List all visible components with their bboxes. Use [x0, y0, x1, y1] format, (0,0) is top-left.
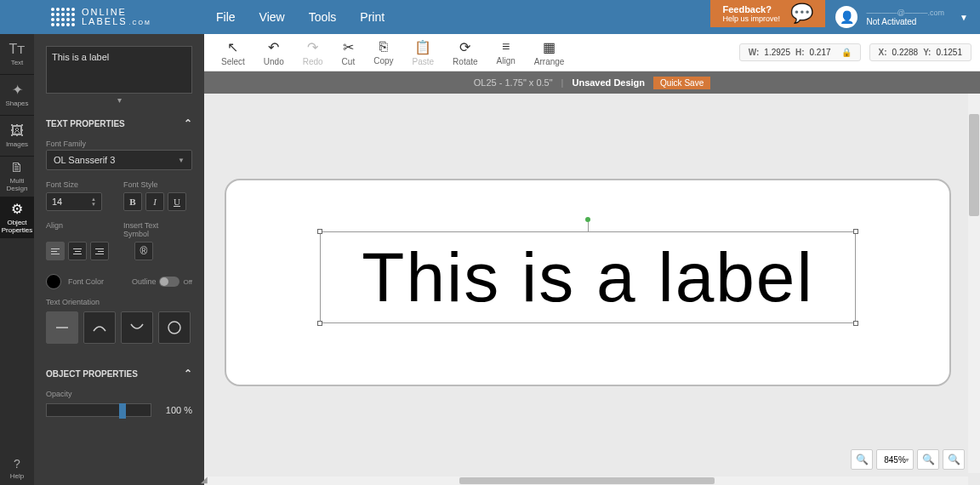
align-button[interactable]: ≡ Align	[490, 36, 522, 70]
canvas-area[interactable]: This is a label 🔍 845% ▼ 🔍 🔍	[204, 94, 980, 485]
cursor-icon: ↖	[227, 39, 238, 55]
circle-icon	[166, 319, 183, 336]
redo-icon: ↷	[307, 39, 318, 55]
scroll-thumb[interactable]	[969, 114, 979, 216]
font-style-label: Font Style	[123, 177, 192, 191]
shapes-icon: ✦	[12, 82, 23, 98]
text-icon: Tᴛ	[9, 41, 26, 57]
panel-resize-handle[interactable]: ◢	[201, 475, 208, 485]
user-menu[interactable]: 👤 ————@———.com Not Activated ▼	[835, 0, 968, 34]
menu-print[interactable]: Print	[360, 10, 385, 24]
font-color-label: Font Color	[68, 277, 104, 286]
properties-panel: This is a label ▾ TEXT PROPERTIES ⌃ Font…	[34, 34, 204, 485]
text-content-input[interactable]: This is a label ▾	[46, 46, 192, 94]
size-display[interactable]: W:1.2925 H:0.217 🔒	[739, 43, 861, 61]
sidebar-tab-shapes[interactable]: ✦ Shapes	[0, 75, 34, 116]
font-size-label: Font Size	[46, 177, 115, 191]
align-label: Align	[46, 218, 115, 231]
scroll-thumb[interactable]	[459, 477, 715, 484]
object-properties-header[interactable]: OBJECT PROPERTIES ⌃	[34, 356, 204, 386]
label-canvas[interactable]: This is a label	[225, 179, 951, 386]
bold-button[interactable]: B	[123, 192, 142, 211]
font-size-input[interactable]: 14 ▲▼	[46, 192, 102, 211]
vertical-scrollbar[interactable]	[968, 94, 980, 473]
zoom-fit-button[interactable]: 🔍	[851, 449, 873, 470]
orientation-arch-button[interactable]	[83, 311, 116, 344]
align-left-button[interactable]	[46, 242, 65, 260]
arrange-button[interactable]: ▦ Arrange	[527, 36, 572, 70]
undo-button[interactable]: ↶ Undo	[257, 36, 291, 70]
sidebar-tab-multi-design[interactable]: 🗎 Multi Design	[0, 157, 34, 197]
resize-handle-tl[interactable]	[317, 229, 322, 234]
document-icon: 🗎	[10, 160, 24, 175]
dropdown-arrow-icon: ▼	[178, 157, 185, 164]
copy-button[interactable]: ⎘ Copy	[367, 36, 400, 70]
lock-icon[interactable]: 🔒	[841, 48, 852, 57]
feedback-button[interactable]: Feedback? Help us improve! 💬	[710, 0, 825, 27]
images-icon: 🖼	[10, 123, 24, 139]
arrange-icon: ▦	[543, 39, 556, 55]
align-center-button[interactable]	[68, 242, 87, 260]
zoom-controls: 🔍 845% ▼ 🔍 🔍	[851, 449, 965, 470]
logo[interactable]: ONLINE LABELS.COM	[51, 8, 151, 26]
font-family-select[interactable]: OL Sansserif 3 ▼	[46, 150, 192, 170]
feedback-title: Feedback?	[722, 4, 780, 14]
rotate-button[interactable]: ⟳ Rotate	[446, 36, 484, 70]
cut-button[interactable]: ✂ Cut	[335, 36, 362, 70]
zoom-level-select[interactable]: 845% ▼	[876, 449, 914, 470]
line-icon	[54, 319, 71, 336]
toolbar: ↖ Select ↶ Undo ↷ Redo ✂ Cut ⎘ Copy 📋 Pa…	[204, 34, 980, 71]
redo-button[interactable]: ↷ Redo	[296, 36, 330, 70]
quick-save-button[interactable]: Quick Save	[653, 77, 710, 89]
paste-button[interactable]: 📋 Paste	[406, 36, 442, 70]
opacity-label: Opacity	[34, 386, 204, 400]
expand-icon[interactable]: ▾	[117, 95, 122, 105]
horizontal-scrollbar[interactable]	[204, 476, 968, 485]
sidebar-tab-text[interactable]: Tᴛ Text	[0, 34, 34, 75]
rotate-connector	[588, 222, 589, 232]
dropdown-arrow-icon: ▼	[904, 457, 910, 463]
sidebar-tab-object-properties[interactable]: ⚙ Object Properties	[0, 197, 34, 238]
zoom-in-button[interactable]: 🔍	[943, 449, 965, 470]
unsaved-indicator: Unsaved Design	[572, 77, 645, 88]
italic-button[interactable]: I	[145, 192, 164, 211]
position-display[interactable]: X:0.2288 Y:0.1251	[869, 43, 971, 61]
copy-icon: ⎘	[379, 39, 388, 54]
zoom-out-button[interactable]: 🔍	[917, 449, 939, 470]
user-email: ————@———.com	[866, 9, 944, 17]
menu-view[interactable]: View	[259, 10, 285, 24]
font-family-label: Font Family	[34, 136, 204, 150]
canvas-text: This is a label	[362, 237, 813, 317]
outline-toggle[interactable]	[159, 277, 179, 287]
menu-file[interactable]: File	[216, 10, 236, 24]
align-icon: ≡	[502, 39, 510, 54]
text-properties-header[interactable]: TEXT PROPERTIES ⌃	[34, 106, 204, 136]
text-element[interactable]: This is a label	[320, 231, 856, 323]
orientation-valley-button[interactable]	[121, 311, 153, 344]
underline-button[interactable]: U	[168, 192, 186, 211]
chevron-up-icon: ⌃	[184, 117, 192, 129]
orientation-straight-button[interactable]	[46, 311, 78, 344]
menu-tools[interactable]: Tools	[309, 10, 337, 24]
opacity-slider[interactable]	[46, 403, 151, 417]
font-color-swatch[interactable]	[46, 274, 61, 289]
rotate-handle[interactable]	[585, 217, 590, 222]
zoom-in-icon: 🔍	[948, 454, 960, 465]
align-right-button[interactable]	[90, 242, 109, 260]
outline-label: Outline	[132, 277, 157, 286]
zoom-fit-icon: 🔍	[856, 454, 869, 465]
spinner-arrows-icon[interactable]: ▲▼	[91, 197, 96, 207]
chevron-down-icon: ▼	[960, 13, 968, 22]
sidebar-tab-images[interactable]: 🖼 Images	[0, 116, 34, 157]
orientation-label: Text Orientation	[34, 294, 204, 308]
insert-symbol-label: Insert Text Symbol	[123, 218, 192, 240]
feedback-subtitle: Help us improve!	[722, 14, 780, 23]
gear-icon: ⚙	[11, 201, 23, 217]
select-button[interactable]: ↖ Select	[214, 36, 252, 70]
resize-handle-br[interactable]	[853, 321, 858, 326]
orientation-circle-button[interactable]	[158, 311, 191, 344]
insert-symbol-button[interactable]: ®	[134, 242, 153, 260]
resize-handle-bl[interactable]	[317, 321, 322, 326]
resize-handle-tr[interactable]	[853, 229, 858, 234]
sidebar-help[interactable]: ? Help	[0, 451, 34, 485]
